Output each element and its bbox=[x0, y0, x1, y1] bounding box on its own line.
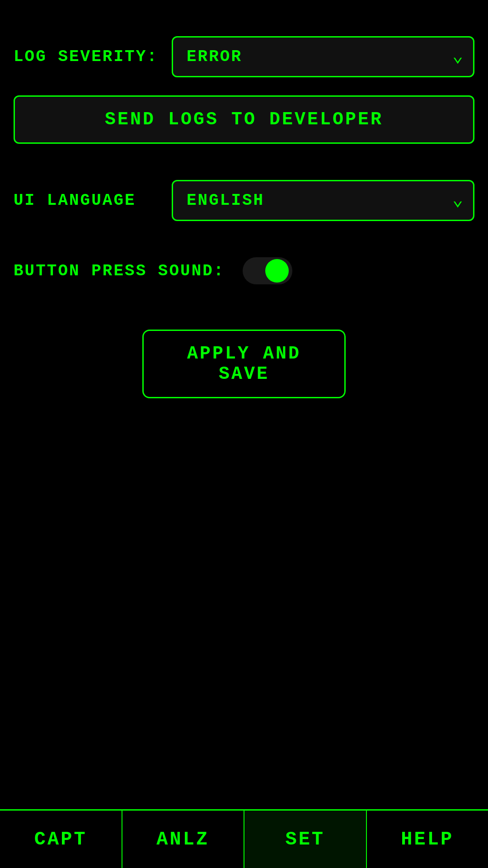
log-severity-row: LOG SEVERITY: ERROR WARNING INFO DEBUG bbox=[14, 36, 474, 77]
nav-capt-button[interactable]: CAPT bbox=[0, 811, 122, 868]
ui-language-select-wrapper: ENGLISH SPANISH FRENCH GERMAN JAPANESE bbox=[172, 180, 474, 221]
button-press-sound-label: BUTTON PRESS SOUND: bbox=[14, 262, 225, 280]
ui-language-select[interactable]: ENGLISH SPANISH FRENCH GERMAN JAPANESE bbox=[172, 180, 474, 221]
button-press-sound-toggle[interactable] bbox=[243, 257, 292, 284]
toggle-slider bbox=[243, 257, 292, 284]
log-severity-select[interactable]: ERROR WARNING INFO DEBUG bbox=[172, 36, 474, 77]
ui-language-label: UI LANGUAGE bbox=[14, 191, 158, 210]
nav-help-button[interactable]: HELP bbox=[367, 811, 488, 868]
bottom-nav: CAPT ANLZ SET HELP bbox=[0, 809, 488, 868]
apply-save-button[interactable]: APPLY AND SAVE bbox=[142, 330, 346, 398]
send-logs-button[interactable]: SEND LOGS TO DEVELOPER bbox=[14, 95, 474, 144]
main-content: LOG SEVERITY: ERROR WARNING INFO DEBUG S… bbox=[0, 0, 488, 498]
log-severity-label: LOG SEVERITY: bbox=[14, 47, 158, 66]
nav-set-button[interactable]: SET bbox=[244, 811, 367, 868]
ui-language-row: UI LANGUAGE ENGLISH SPANISH FRENCH GERMA… bbox=[14, 180, 474, 221]
log-severity-select-wrapper: ERROR WARNING INFO DEBUG bbox=[172, 36, 474, 77]
button-press-sound-row: BUTTON PRESS SOUND: bbox=[14, 257, 474, 284]
nav-anlz-button[interactable]: ANLZ bbox=[122, 811, 245, 868]
